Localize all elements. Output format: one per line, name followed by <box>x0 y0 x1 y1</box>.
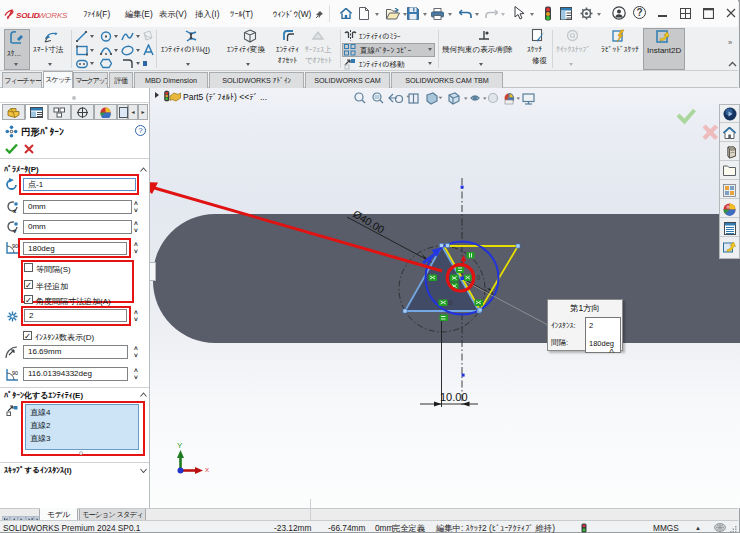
svg-text:0: 0 <box>449 299 453 306</box>
svg-text:10.00: 10.00 <box>440 391 468 403</box>
svg-text:SOLID: SOLID <box>16 11 40 20</box>
svg-text:Y: Y <box>177 441 183 450</box>
svg-text:WORKS: WORKS <box>38 11 68 20</box>
svg-text:0: 0 <box>477 274 481 281</box>
svg-text:x: x <box>205 465 209 474</box>
svg-text:90: 90 <box>12 370 18 376</box>
svg-text:90: 90 <box>12 243 18 249</box>
